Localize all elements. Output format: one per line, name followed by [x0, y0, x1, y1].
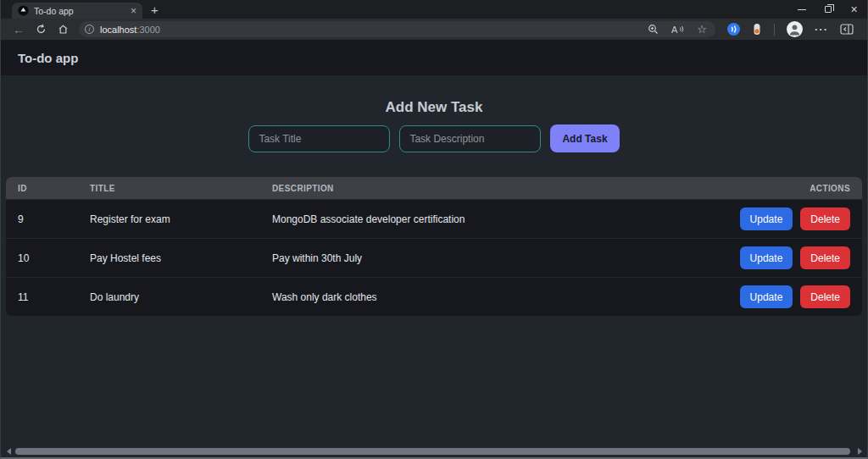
- column-header-actions: ACTIONS: [715, 184, 850, 193]
- toolbar-divider: [774, 24, 775, 36]
- zoom-icon[interactable]: [648, 24, 659, 35]
- url-text: localhost:3000: [100, 25, 160, 35]
- orange-extension-icon[interactable]: [752, 23, 762, 36]
- sidebar-toggle-icon[interactable]: [840, 24, 854, 35]
- browser-titlebar: To-do app × + ×: [1, 0, 867, 19]
- back-button[interactable]: ←: [8, 20, 30, 38]
- table-row: 11 Do laundry Wash only dark clothes Upd…: [6, 277, 862, 316]
- svg-text:A: A: [671, 25, 678, 35]
- table-row: 9 Register for exam MongoDB associate de…: [6, 199, 862, 238]
- favicon-icon: [18, 5, 29, 16]
- table-header-row: ID TITLE DESCRIPTION ACTIONS: [6, 177, 862, 199]
- add-task-heading: Add New Task: [1, 99, 867, 116]
- refresh-button[interactable]: [30, 20, 52, 38]
- maximize-button[interactable]: [815, 0, 841, 19]
- page-title: To-do app: [18, 51, 78, 65]
- browser-window: To-do app × + × ← i localhost:3000: [0, 0, 868, 459]
- update-button[interactable]: Update: [740, 207, 793, 230]
- tasks-table: ID TITLE DESCRIPTION ACTIONS 9 Register …: [5, 176, 863, 317]
- add-task-section: Add New Task Add Task: [1, 75, 867, 152]
- scroll-right-arrow[interactable]: [858, 448, 862, 455]
- task-title-cell: Pay Hostel fees: [90, 252, 272, 264]
- task-description-cell: Wash only dark clothes: [272, 291, 715, 303]
- new-tab-button[interactable]: +: [151, 3, 159, 16]
- close-window-button[interactable]: ×: [841, 0, 867, 19]
- task-id-cell: 11: [18, 291, 90, 303]
- scrollbar-thumb[interactable]: [15, 448, 850, 455]
- task-id-cell: 9: [18, 213, 90, 225]
- site-info-icon[interactable]: i: [85, 25, 94, 34]
- column-header-title: TITLE: [90, 184, 272, 193]
- horizontal-scrollbar: [1, 446, 867, 456]
- task-actions-cell: Update Delete: [715, 285, 850, 308]
- update-button[interactable]: Update: [740, 246, 793, 269]
- address-bar-icons: A ☆: [648, 24, 707, 35]
- task-title-input[interactable]: [248, 125, 390, 152]
- tab-close-icon[interactable]: ×: [131, 6, 136, 16]
- task-title-cell: Do laundry: [90, 291, 272, 303]
- task-actions-cell: Update Delete: [715, 246, 850, 269]
- task-id-cell: 10: [18, 252, 90, 264]
- url-port: :3000: [136, 25, 160, 35]
- update-button[interactable]: Update: [740, 285, 793, 308]
- task-description-input[interactable]: [399, 125, 541, 152]
- app-header: To-do app: [1, 40, 867, 75]
- minimize-icon: [798, 9, 806, 10]
- profile-avatar[interactable]: [787, 21, 803, 37]
- task-title-cell: Register for exam: [90, 213, 272, 225]
- blue-extension-icon[interactable]: [727, 23, 740, 36]
- home-button[interactable]: [52, 20, 74, 38]
- extensions-area: ···: [727, 21, 854, 37]
- restore-icon: [825, 6, 832, 13]
- tab-title: To-do app: [34, 6, 125, 16]
- delete-button[interactable]: Delete: [800, 246, 850, 269]
- delete-button[interactable]: Delete: [800, 207, 850, 230]
- table-body: 9 Register for exam MongoDB associate de…: [6, 199, 862, 316]
- task-actions-cell: Update Delete: [715, 207, 850, 230]
- browser-toolbar: ← i localhost:3000 A ☆: [1, 19, 867, 40]
- favorites-star-icon[interactable]: ☆: [697, 24, 707, 35]
- scroll-left-arrow[interactable]: [7, 448, 11, 455]
- table-row: 10 Pay Hostel fees Pay within 30th July …: [6, 238, 862, 277]
- read-aloud-icon[interactable]: A: [671, 25, 684, 35]
- more-menu-button[interactable]: ···: [815, 23, 828, 36]
- task-description-cell: MongoDB associate developer certificatio…: [272, 213, 715, 225]
- add-task-form: Add Task: [1, 124, 867, 152]
- minimize-button[interactable]: [788, 0, 815, 19]
- window-controls: ×: [788, 0, 867, 19]
- task-description-cell: Pay within 30th July: [272, 252, 715, 264]
- column-header-id: ID: [18, 184, 90, 193]
- page-content: To-do app Add New Task Add Task ID TITLE…: [1, 40, 867, 457]
- browser-tab[interactable]: To-do app ×: [12, 3, 142, 19]
- delete-button[interactable]: Delete: [800, 285, 850, 308]
- add-task-button[interactable]: Add Task: [550, 124, 619, 152]
- address-bar[interactable]: i localhost:3000 A ☆: [79, 21, 715, 37]
- column-header-description: DESCRIPTION: [272, 184, 715, 193]
